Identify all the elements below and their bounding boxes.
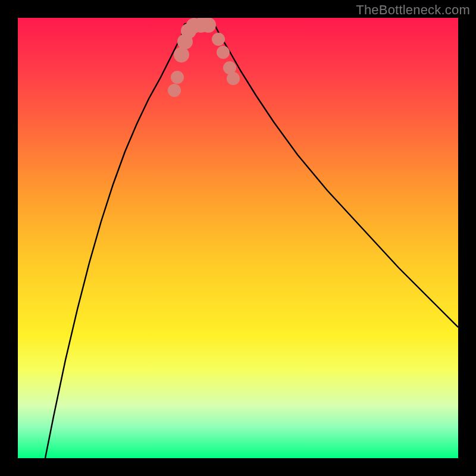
highlight-dot — [227, 72, 240, 85]
highlight-dot — [217, 46, 230, 59]
curve-group — [45, 24, 458, 458]
highlight-dot — [201, 18, 216, 33]
curve-right-branch — [214, 24, 458, 327]
highlight-dot — [212, 33, 225, 46]
bottleneck-curve-plot — [18, 18, 458, 458]
watermark-text: TheBottleneck.com — [356, 2, 470, 18]
highlight-marker-group — [168, 18, 240, 97]
highlight-dot — [174, 47, 189, 62]
curve-left-branch — [45, 24, 184, 458]
highlight-dot — [171, 71, 184, 84]
plot-frame — [18, 18, 458, 458]
highlight-dot — [168, 84, 181, 97]
